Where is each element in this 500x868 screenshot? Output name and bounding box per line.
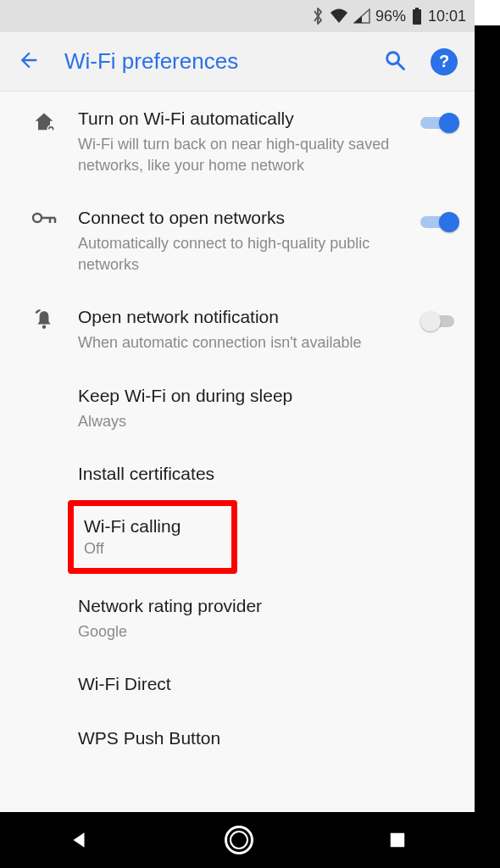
svg-rect-1	[415, 8, 419, 10]
nav-recents-button[interactable]	[388, 831, 407, 849]
svg-point-9	[42, 325, 46, 328]
page-title: Wi-Fi preferences	[64, 48, 359, 75]
status-bar: 96% 10:01	[0, 0, 475, 32]
setting-open-notification[interactable]: Open network notification When automatic…	[0, 290, 475, 369]
nav-home-button[interactable]	[225, 826, 253, 854]
setting-title: Turn on Wi-Fi automatically	[78, 107, 402, 131]
setting-subtitle: Off	[84, 540, 221, 558]
home-icon	[10, 107, 78, 134]
setting-wps-push[interactable]: WPS Push Button	[0, 711, 475, 754]
cell-signal-icon	[353, 8, 370, 24]
setting-title: Wi-Fi Direct	[78, 672, 453, 696]
svg-line-3	[398, 63, 404, 69]
setting-install-certificates[interactable]: Install certificates	[0, 447, 475, 501]
setting-keep-wifi-sleep[interactable]: Keep Wi-Fi on during sleep Always	[0, 369, 475, 448]
navigation-bar	[0, 812, 475, 868]
toggle-open-networks[interactable]	[420, 211, 459, 233]
setting-auto-wifi[interactable]: Turn on Wi-Fi automatically Wi-Fi will t…	[0, 92, 475, 191]
setting-open-networks[interactable]: Connect to open networks Automatically c…	[0, 191, 475, 290]
search-button[interactable]	[383, 48, 407, 75]
bluetooth-icon	[311, 7, 325, 25]
device-bezel-right	[475, 25, 500, 868]
svg-rect-10	[391, 833, 405, 848]
svg-rect-0	[413, 9, 421, 25]
settings-list[interactable]: Turn on Wi-Fi automatically Wi-Fi will t…	[0, 92, 475, 812]
svg-point-5	[33, 214, 42, 222]
setting-wifi-direct[interactable]: Wi-Fi Direct	[0, 657, 475, 711]
setting-title: Network rating provider	[78, 594, 453, 618]
help-button[interactable]: ?	[431, 48, 458, 75]
toggle-open-notification[interactable]	[420, 310, 459, 332]
setting-title: Connect to open networks	[78, 206, 402, 230]
setting-subtitle: Wi-Fi will turn back on near high-qualit…	[78, 134, 402, 175]
nav-back-button[interactable]	[68, 829, 90, 851]
bell-icon	[10, 305, 78, 331]
setting-subtitle: Automatically connect to high-quality pu…	[78, 233, 402, 275]
setting-subtitle: Always	[78, 411, 453, 431]
setting-subtitle: Google	[78, 621, 453, 642]
key-icon	[10, 206, 78, 226]
device-frame: 96% 10:01 Wi-Fi preferences ? Turn on Wi…	[0, 0, 475, 868]
app-bar: Wi-Fi preferences ?	[0, 32, 475, 92]
setting-subtitle: When automatic connection isn't availabl…	[78, 332, 402, 353]
setting-title: Install certificates	[78, 462, 453, 486]
setting-title: Keep Wi-Fi on during sleep	[78, 384, 453, 408]
setting-rating-provider[interactable]: Network rating provider Google	[0, 572, 475, 658]
battery-percent: 96%	[375, 8, 406, 25]
setting-wifi-calling-highlighted[interactable]: Wi-Fi calling Off	[68, 500, 237, 574]
wifi-icon	[330, 8, 348, 24]
setting-title: WPS Push Button	[78, 726, 453, 750]
clock-time: 10:01	[428, 8, 466, 25]
setting-title: Wi-Fi calling	[84, 516, 221, 537]
battery-icon	[411, 7, 423, 25]
back-button[interactable]	[17, 48, 41, 75]
toggle-auto-wifi[interactable]	[420, 112, 459, 134]
setting-title: Open network notification	[78, 305, 402, 329]
